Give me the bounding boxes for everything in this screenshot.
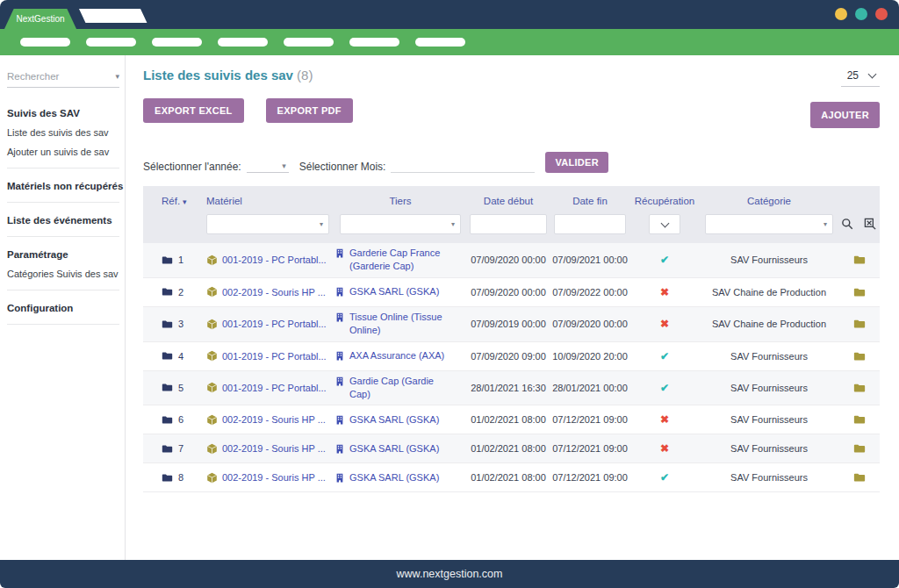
export-excel-button[interactable]: EXPORT EXCEL (143, 98, 244, 123)
row-tiers[interactable]: GSKA SARL (GSKA) (349, 413, 439, 427)
sidebar-item[interactable]: Catégories Suivis des sav (7, 264, 125, 283)
categorie-filter-select[interactable]: ▾ (705, 214, 833, 234)
open-folder-icon[interactable] (853, 413, 866, 426)
row-materiel[interactable]: 002-2019 - Souris HP ... (222, 443, 326, 454)
sidebar-search-select[interactable]: Rechercher ▾ (7, 71, 119, 88)
row-materiel[interactable]: 001-2019 - PC Portabl... (222, 383, 327, 393)
sidebar-item[interactable]: Suivis des SAV (7, 102, 125, 123)
row-materiel[interactable]: 001-2019 - PC Portabl... (222, 351, 327, 362)
row-date-fin: 07/12/2021 09:00 (550, 414, 629, 425)
table-header: Réf.▾ Matériel Tiers Date début Date fin… (143, 186, 880, 243)
top-bar: NextGestion (0, 0, 899, 29)
nav-item-placeholder[interactable] (349, 38, 399, 47)
folder-icon (162, 472, 173, 484)
column-date-debut: Date début (466, 196, 550, 206)
materiel-filter-select[interactable]: ▾ (206, 214, 329, 234)
row-date-debut: 07/09/2020 09:00 (466, 351, 550, 362)
column-date-fin: Date fin (550, 196, 629, 206)
record-count: (8) (297, 68, 313, 82)
row-date-debut: 07/09/2020 00:00 (466, 287, 550, 298)
brand-logo[interactable]: NextGestion (4, 9, 76, 29)
folder-icon (162, 382, 173, 393)
folder-icon (162, 443, 173, 455)
footer-url[interactable]: www.nextgestion.com (397, 568, 503, 580)
nav-item-placeholder[interactable] (86, 38, 136, 47)
sidebar-divider (7, 290, 119, 290)
per-page-select[interactable]: 25 (841, 69, 880, 87)
sidebar-item[interactable]: Matériels non récupérés (7, 175, 125, 196)
window-dot[interactable] (835, 8, 847, 20)
year-filter-label: Sélectionner l'année: (143, 161, 241, 173)
row-categorie: SAV Chaine de Production (700, 287, 838, 298)
building-icon (334, 376, 345, 387)
row-tiers[interactable]: GSKA SARL (GSKA) (349, 285, 439, 298)
window-dot[interactable] (855, 8, 867, 20)
row-tiers[interactable]: AXA Assurance (AXA) (349, 349, 444, 362)
tiers-filter-select[interactable]: ▾ (340, 214, 461, 234)
sidebar-item[interactable]: Paramétrage (7, 243, 125, 264)
chevron-down-icon: ▾ (282, 161, 286, 170)
open-folder-icon[interactable] (853, 318, 866, 330)
nav-item-placeholder[interactable] (20, 38, 70, 47)
open-folder-icon[interactable] (853, 286, 866, 298)
search-icon[interactable] (841, 218, 854, 231)
clear-search-icon[interactable] (864, 218, 877, 231)
building-icon (334, 350, 345, 362)
sidebar-item[interactable]: Liste des événements (7, 209, 125, 230)
ajouter-button[interactable]: AJOUTER (810, 102, 880, 128)
building-icon (334, 286, 345, 298)
nav-item-placeholder[interactable] (218, 38, 268, 47)
row-categorie: SAV Fournisseurs (700, 443, 838, 454)
recuperation-mark: ✔ (629, 254, 700, 266)
column-ref[interactable]: Réf.▾ (143, 196, 201, 206)
row-tiers[interactable]: GSKA SARL (GSKA) (349, 442, 439, 455)
open-folder-icon[interactable] (853, 382, 866, 394)
recuperation-mark: ✖ (629, 286, 700, 298)
row-date-fin: 07/09/2020 00:00 (550, 319, 629, 329)
row-tiers[interactable]: Gardie Cap (Gardie Cap) (349, 375, 454, 402)
recuperation-filter-select[interactable] (649, 214, 680, 234)
folder-icon (162, 319, 173, 330)
row-categorie: SAV Chaine de Production (700, 319, 838, 329)
sidebar-item[interactable]: Ajouter un suivis de sav (7, 142, 125, 161)
date-fin-filter-input[interactable] (554, 214, 626, 234)
row-materiel[interactable]: 001-2019 - PC Portabl... (222, 319, 327, 329)
open-folder-icon[interactable] (853, 254, 866, 266)
row-tiers[interactable]: Garderie Cap France (Garderie Cap) (349, 247, 454, 274)
row-date-debut: 01/02/2021 08:00 (466, 472, 550, 483)
column-materiel: Matériel (201, 196, 334, 206)
nav-item-placeholder[interactable] (415, 38, 465, 47)
nav-item-placeholder[interactable] (152, 38, 202, 47)
table-row: 1 001-2019 - PC Portabl... Garderie Cap … (143, 243, 880, 278)
window-dot[interactable] (875, 8, 888, 20)
row-tiers[interactable]: Tissue Online (Tissue Online) (349, 311, 454, 338)
row-categorie: SAV Fournisseurs (700, 472, 838, 483)
open-folder-icon[interactable] (853, 350, 866, 362)
sidebar-item[interactable]: Liste des suivis des sav (7, 123, 125, 142)
row-date-debut: 07/09/2019 00:00 (466, 319, 550, 329)
month-input[interactable] (391, 157, 535, 173)
nav-item-placeholder[interactable] (284, 38, 334, 47)
open-folder-icon[interactable] (853, 471, 866, 484)
sidebar-divider (7, 236, 119, 237)
open-folder-icon[interactable] (853, 442, 866, 455)
row-materiel[interactable]: 001-2019 - PC Portabl... (222, 255, 327, 265)
building-icon (334, 247, 345, 259)
row-materiel[interactable]: 002-2019 - Souris HP ... (222, 287, 326, 298)
export-pdf-button[interactable]: EXPORT PDF (266, 98, 353, 123)
row-date-fin: 07/12/2021 09:00 (550, 443, 629, 454)
recuperation-mark: ✖ (629, 442, 700, 455)
sidebar-divider (7, 324, 119, 325)
year-select[interactable]: ▾ (247, 160, 289, 173)
sidebar-item[interactable]: Configuration (7, 297, 125, 318)
valider-button[interactable]: VALIDER (545, 152, 608, 173)
package-icon (206, 286, 218, 298)
date-debut-filter-input[interactable] (470, 214, 547, 234)
row-tiers[interactable]: GSKA SARL (GSKA) (349, 471, 439, 484)
row-ref: 1 (178, 255, 183, 265)
row-materiel[interactable]: 002-2019 - Souris HP ... (222, 472, 326, 483)
row-materiel[interactable]: 002-2019 - Souris HP ... (222, 414, 326, 425)
recuperation-mark: ✔ (629, 382, 700, 394)
row-categorie: SAV Fournisseurs (700, 414, 838, 425)
row-date-fin: 07/09/2022 00:00 (550, 287, 629, 298)
